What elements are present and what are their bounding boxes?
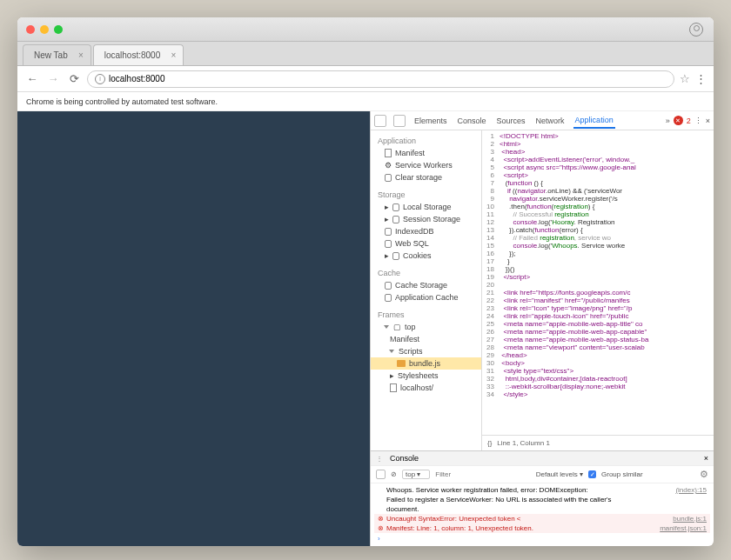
profile-icon[interactable] <box>689 23 703 37</box>
source-link[interactable]: (index):15 <box>675 486 707 494</box>
console-close-icon[interactable]: × <box>704 454 708 463</box>
back-button[interactable]: ← <box>24 71 40 87</box>
tab-console[interactable]: Console <box>456 114 488 128</box>
code-line[interactable]: 2<html> <box>482 140 714 148</box>
bookmark-icon[interactable]: ☆ <box>680 72 690 85</box>
browser-tab-localhost[interactable]: localhost:8000 × <box>93 44 184 65</box>
sidebar-item-local-storage[interactable]: ▸ Local Storage <box>371 201 481 213</box>
address-input[interactable]: i localhost:8000 <box>87 70 674 88</box>
code-line[interactable]: 10 .then(function(registration) { <box>482 203 714 210</box>
code-line[interactable]: 31 <style type="text/css"> <box>482 367 714 375</box>
code-line[interactable]: 23 <link rel="icon" type="image/png" hre… <box>482 304 714 312</box>
braces-icon[interactable]: {} <box>487 439 492 447</box>
sidebar-item-clear-storage[interactable]: Clear storage <box>371 171 481 183</box>
console-drawer-header[interactable]: ⋮ Console × <box>371 450 714 466</box>
code-line[interactable]: 6 <script> <box>482 171 714 179</box>
menu-icon[interactable]: ⋮ <box>695 72 707 85</box>
code-line[interactable]: 27 <meta name="apple-mobile-web-app-stat… <box>482 336 714 343</box>
console-message[interactable]: ⊗Uncaught SyntaxError: Unexpected token … <box>374 514 710 523</box>
code-line[interactable]: 3 <head> <box>482 148 714 156</box>
code-line[interactable]: 9 navigator.serviceWorker.register('/s <box>482 195 714 203</box>
filter-input[interactable] <box>435 470 479 478</box>
code-line[interactable]: 19 </script> <box>482 273 714 281</box>
console-output[interactable]: Whoops. Service worker registration fail… <box>371 483 714 546</box>
sidebar-item-session-storage[interactable]: ▸ Session Storage <box>371 213 481 225</box>
code-line[interactable]: 7 (function () { <box>482 179 714 187</box>
source-code-pane[interactable]: 1<!DOCTYPE html>2<html>3 <head>4 <script… <box>482 130 714 435</box>
code-line[interactable]: 14 // Failed registration, service wo <box>482 234 714 242</box>
show-sidebar-icon[interactable] <box>376 470 386 479</box>
close-icon[interactable]: × <box>78 50 84 60</box>
code-line[interactable]: 17 } <box>482 257 714 265</box>
minimize-window-button[interactable] <box>40 25 49 34</box>
settings-icon[interactable]: ⚙ <box>700 469 708 480</box>
code-line[interactable]: 16 }); <box>482 250 714 257</box>
file-bundle-js[interactable]: bundle.js <box>371 357 481 370</box>
inspect-element-icon[interactable] <box>374 115 386 127</box>
sidebar-item-manifest[interactable]: Manifest <box>371 147 481 159</box>
close-icon[interactable]: × <box>171 50 176 60</box>
console-message[interactable]: ⊗Manifest: Line: 1, column: 1, Unexpecte… <box>374 523 710 533</box>
code-line[interactable]: 8 if ((navigator.onLine) && ('serviceWor <box>482 187 714 195</box>
sidebar-item-websql[interactable]: Web SQL <box>371 237 481 250</box>
reload-button[interactable]: ⟳ <box>66 71 82 87</box>
devtools-tabbar: Elements Console Sources Network Applica… <box>371 111 714 130</box>
code-line[interactable]: 24 <link rel="apple-touch-icon" href="/p… <box>482 312 714 320</box>
forward-button[interactable]: → <box>45 71 61 87</box>
sidebar-item-appcache[interactable]: Application Cache <box>371 291 481 303</box>
console-message[interactable]: Whoops. Service worker registration fail… <box>374 485 710 495</box>
devtools-close-icon[interactable]: × <box>706 117 710 125</box>
tab-sources[interactable]: Sources <box>495 114 527 128</box>
code-line[interactable]: 4 <script>addEventListener('error', wind… <box>482 156 714 163</box>
error-count-badge[interactable]: ✕ <box>674 116 683 125</box>
context-select[interactable]: top ▾ <box>402 470 430 479</box>
code-line[interactable]: 28 <meta name="viewport" content="user-s… <box>482 343 714 351</box>
frame-localhost[interactable]: localhost/ <box>371 382 481 394</box>
code-line[interactable]: 18 })() <box>482 265 714 273</box>
frame-stylesheets[interactable]: ▸ Stylesheets <box>371 370 481 382</box>
code-line[interactable]: 11 // Successful registration <box>482 210 714 218</box>
frame-manifest[interactable]: Manifest <box>371 333 481 345</box>
frame-top[interactable]: ▢ top <box>371 321 481 333</box>
code-line[interactable]: 25 <meta name="apple-mobile-web-app-titl… <box>482 320 714 328</box>
more-tabs-icon[interactable]: » <box>666 117 670 125</box>
tab-application[interactable]: Application <box>573 113 615 129</box>
sidebar-item-service-workers[interactable]: ⚙Service Workers <box>371 159 481 171</box>
sidebar-item-cookies[interactable]: ▸ Cookies <box>371 250 481 262</box>
code-line[interactable]: 13 }).catch(function(error) { <box>482 226 714 234</box>
code-line[interactable]: 26 <meta name="apple-mobile-web-app-capa… <box>482 328 714 336</box>
clear-console-icon[interactable]: ⊘ <box>391 470 397 478</box>
code-line[interactable]: 20 <box>482 281 714 289</box>
code-line[interactable]: 34 </style> <box>482 390 714 398</box>
code-line[interactable]: 15 console.log('Whoops. Service worke <box>482 242 714 250</box>
frame-scripts[interactable]: Scripts <box>371 345 481 357</box>
sidebar-item-indexeddb[interactable]: IndexedDB <box>371 225 481 237</box>
tab-network[interactable]: Network <box>534 114 567 128</box>
code-line[interactable]: 12 console.log('Hooray. Registration <box>482 218 714 226</box>
code-line[interactable]: 30 <body> <box>482 359 714 367</box>
database-icon <box>385 240 392 248</box>
sidebar-item-cache-storage[interactable]: Cache Storage <box>371 279 481 291</box>
console-message[interactable]: Failed to register a ServiceWorker: No U… <box>374 495 710 504</box>
code-line[interactable]: 29 </head> <box>482 351 714 359</box>
browser-tab-newtab[interactable]: New Tab × <box>23 44 91 65</box>
code-line[interactable]: 22 <link rel="manifest" href="/public/ma… <box>482 297 714 304</box>
page-viewport[interactable] <box>17 111 370 546</box>
source-link[interactable]: manifest.json:1 <box>660 524 707 532</box>
devtools-menu-icon[interactable]: ⋮ <box>694 117 702 125</box>
code-line[interactable]: 32 html,body,div#container,[data-reactro… <box>482 375 714 383</box>
tab-elements[interactable]: Elements <box>412 114 449 128</box>
site-info-icon[interactable]: i <box>95 74 105 84</box>
close-window-button[interactable] <box>26 25 35 34</box>
source-link[interactable]: bundle.js:1 <box>673 515 707 523</box>
code-line[interactable]: 5 <script async src="https://www.google-… <box>482 163 714 171</box>
group-similar-checkbox[interactable]: ✓ <box>588 470 596 478</box>
code-line[interactable]: 33 ::-webkit-scrollbar{display:none;-web… <box>482 383 714 390</box>
console-message[interactable]: document. <box>374 504 710 514</box>
code-line[interactable]: 1<!DOCTYPE html> <box>482 132 714 140</box>
maximize-window-button[interactable] <box>54 25 63 34</box>
console-prompt[interactable]: › <box>374 533 710 544</box>
levels-select[interactable]: Default levels ▾ <box>536 470 583 478</box>
device-toggle-icon[interactable] <box>393 115 406 127</box>
code-line[interactable]: 21 <link href="https://fonts.googleapis.… <box>482 289 714 297</box>
